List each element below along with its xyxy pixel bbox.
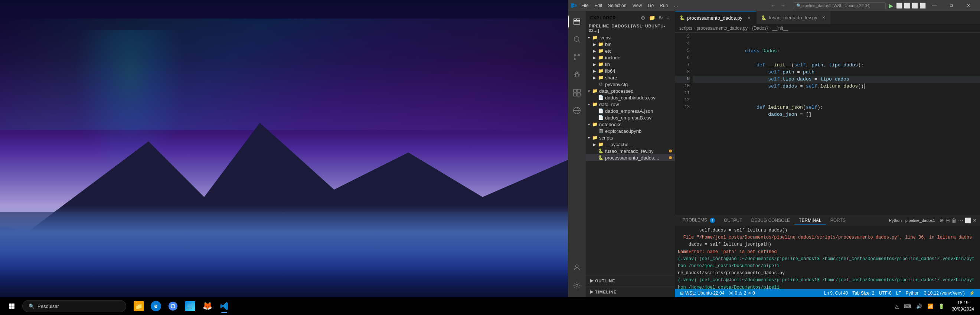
nav-forward-button[interactable]: → — [779, 2, 787, 9]
tree-item-dados-empresa-a[interactable]: ▶ 📄 dados_empresaA.json — [586, 108, 675, 114]
taskbar-app-firefox[interactable]: 🦊 — [199, 298, 215, 314]
restore-button[interactable]: ⧉ — [943, 0, 960, 11]
command-palette[interactable]: 🔍 pipeline_dados1 [WSL: Ubuntu-22.04] — [793, 2, 886, 9]
taskbar-app-explorer[interactable]: 📁 — [130, 298, 147, 314]
tab-size-status[interactable]: Tab Size: 2 — [850, 289, 877, 297]
breadcrumb-method[interactable]: __init__ — [773, 25, 788, 31]
lib-folder-icon: 📁 — [598, 61, 604, 67]
terminal-trash-icon[interactable]: 🗑 — [951, 218, 957, 223]
tree-item-dados-combinados[interactable]: ▶ 📄 dados_combinados.csv — [586, 94, 675, 101]
tree-item-dados-empresa-b[interactable]: ▶ 📄 dados_empresaB.csv — [586, 114, 675, 121]
tab-fusao[interactable]: 🐍 fusao_mercado_fev.py ✕ — [757, 11, 832, 24]
outline-header[interactable]: ▶ OUTLINE — [586, 277, 675, 285]
tree-item-processamento[interactable]: ▶ 🐍 processamento_dados.... — [586, 154, 675, 161]
close-button[interactable]: ✕ — [960, 0, 977, 11]
layout-icon-1[interactable]: ⬜ — [896, 3, 902, 8]
terminal-split-icon[interactable]: ⊟ — [945, 218, 950, 223]
venv-label: .venv — [599, 35, 611, 40]
menu-selection[interactable]: Selection — [605, 2, 629, 9]
panel-tab-output[interactable]: OUTPUT — [719, 216, 746, 225]
layout-icon-2[interactable]: ⬜ — [904, 3, 910, 8]
navigation-buttons: ← → — [769, 2, 787, 9]
panel-tab-debug[interactable]: DEBUG CONSOLE — [746, 216, 794, 225]
tray-arrow-icon[interactable]: △ — [894, 303, 900, 310]
panel-maximize-icon[interactable]: ⬜ — [965, 218, 971, 223]
tree-item-pyvenv[interactable]: ▶ ⚙ pyvenv.cfg — [586, 81, 675, 88]
minimize-button[interactable]: — — [926, 0, 943, 11]
tray-battery-icon[interactable]: 🔋 — [937, 303, 946, 310]
tab-fusao-close[interactable]: ✕ — [821, 15, 826, 21]
menu-run[interactable]: Run — [657, 2, 671, 9]
tree-item-scripts[interactable]: ▾ 📁 scripts — [586, 134, 675, 141]
wsl-status[interactable]: ⊞ WSL: Ubuntu-22.04 — [678, 289, 727, 297]
terminal-add-icon[interactable]: ⊕ — [940, 218, 944, 223]
menu-edit[interactable]: Edit — [591, 2, 605, 9]
taskbar-app-edge[interactable]: e — [148, 298, 164, 314]
tree-item-data-raw[interactable]: ▾ 📁 data_raw — [586, 101, 675, 108]
code-content[interactable]: class Dados: def __init__(self, path, ti… — [693, 33, 980, 215]
timeline-header[interactable]: ▶ TIMELINE — [586, 288, 675, 296]
code-editor[interactable]: 3 4 5 6 7 8 9 10 11 12 13 — [675, 33, 980, 215]
collapse-icon[interactable]: ≡ — [666, 14, 670, 22]
activity-search[interactable] — [568, 30, 586, 48]
tab-processamento-close[interactable]: ✕ — [746, 15, 752, 21]
tree-item-notebooks[interactable]: ▾ 📁 notebooks — [586, 121, 675, 127]
git-status[interactable]: ⓪ 0 ⚠ 2 ✕ 0 — [727, 289, 757, 297]
activity-explorer[interactable] — [568, 13, 586, 30]
tray-network-icon[interactable]: 📶 — [926, 303, 935, 310]
taskbar-app-vscode[interactable] — [216, 298, 232, 314]
new-folder-icon[interactable]: 📁 — [648, 14, 656, 22]
tab-processamento[interactable]: 🐍 processamento_dados.py ✕ — [675, 11, 757, 24]
line-ending-status[interactable]: LF — [894, 289, 904, 297]
start-button[interactable] — [3, 299, 21, 313]
activity-debug[interactable] — [568, 66, 586, 84]
run-button[interactable]: ▶ — [889, 2, 893, 9]
tree-item-venv[interactable]: ▾ 📁 .venv — [586, 34, 675, 41]
new-file-icon[interactable]: ⊕ — [640, 14, 646, 22]
terminal-more-icon[interactable]: ⋯ — [958, 218, 963, 223]
lightning-status[interactable]: ⚡ — [967, 289, 977, 297]
taskbar-app-store[interactable]: 🛒 — [182, 298, 198, 314]
tree-item-data-processed[interactable]: ▾ 📁 data_processed — [586, 88, 675, 94]
tree-item-include[interactable]: ▶ 📁 include — [586, 54, 675, 61]
taskbar-clock[interactable]: 18:19 30/09/2024 — [949, 300, 977, 312]
tree-item-exploracao[interactable]: ▶ 📓 exploracao.ipynb — [586, 127, 675, 134]
layout-icon-4[interactable]: ⬜ — [920, 3, 926, 8]
python-version-status[interactable]: 3.10.12 (venv:'venv') — [922, 289, 967, 297]
menu-file[interactable]: File — [578, 2, 591, 9]
breadcrumb-scripts[interactable]: scripts — [679, 25, 692, 31]
breadcrumb-class[interactable]: {Dados} — [752, 25, 768, 31]
tray-volume-icon[interactable]: 🔊 — [915, 303, 924, 310]
cursor-position[interactable]: Ln 9, Col 40 — [822, 289, 850, 297]
activity-extensions[interactable] — [568, 84, 586, 102]
taskbar-search[interactable]: 🔍 Pesquisar — [22, 300, 126, 312]
nav-back-button[interactable]: ← — [769, 2, 777, 9]
tree-item-bin[interactable]: ▶ 📁 bin — [586, 41, 675, 48]
tree-item-etc[interactable]: ▶ 📁 etc — [586, 48, 675, 54]
activity-remote[interactable] — [568, 102, 586, 119]
layout-icon-3[interactable]: ⬜ — [912, 3, 918, 8]
menu-view[interactable]: View — [629, 2, 645, 9]
tree-item-share[interactable]: ▶ 📁 share — [586, 74, 675, 81]
menu-more[interactable]: … — [671, 2, 681, 9]
panel-tab-problems[interactable]: PROBLEMS 2 — [678, 216, 719, 225]
clock-time: 18:19 — [952, 300, 974, 306]
refresh-icon[interactable]: ↻ — [658, 14, 664, 22]
tree-item-fusao[interactable]: ▶ 🐍 fusao_mercado_fev.py — [586, 148, 675, 154]
panel-tab-ports[interactable]: PORTS — [826, 216, 850, 225]
breadcrumb-file[interactable]: processamento_dados.py — [697, 25, 748, 31]
panel-tab-terminal[interactable]: TERMINAL — [794, 216, 826, 225]
tree-item-pycache[interactable]: ▶ 📁 __pycache__ — [586, 141, 675, 148]
panel-close-icon[interactable]: ✕ — [972, 218, 977, 223]
tray-keyboard-icon[interactable]: ⌨ — [902, 303, 912, 310]
terminal-content[interactable]: self.dados = self.leitura_dados() File "… — [675, 226, 980, 289]
taskbar-app-chrome[interactable] — [165, 298, 181, 314]
language-status[interactable]: Python — [904, 289, 922, 297]
menu-go[interactable]: Go — [645, 2, 657, 9]
encoding-status[interactable]: UTF-8 — [877, 289, 894, 297]
activity-settings[interactable] — [568, 277, 586, 294]
tree-item-lib[interactable]: ▶ 📁 lib — [586, 61, 675, 67]
tree-item-lib64[interactable]: ▶ 📁 lib64 — [586, 67, 675, 74]
activity-source-control[interactable] — [568, 48, 586, 66]
activity-accounts[interactable] — [568, 259, 586, 277]
